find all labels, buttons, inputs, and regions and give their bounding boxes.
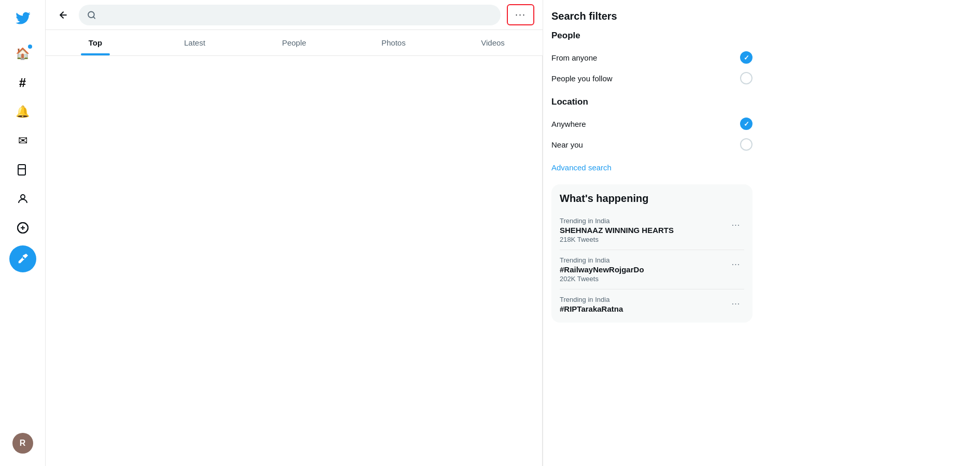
trend-count-2: 202K Tweets <box>560 275 728 283</box>
compose-button[interactable] <box>9 245 36 272</box>
anywhere-radio[interactable] <box>740 118 752 130</box>
trend-more-icon-2: ··· <box>732 260 740 269</box>
trend-more-icon-3: ··· <box>732 299 740 309</box>
search-icon <box>87 10 96 20</box>
near-you-radio[interactable] <box>740 138 752 151</box>
tweet-results-area <box>46 56 543 466</box>
svg-rect-0 <box>18 165 25 175</box>
from-anyone-option[interactable]: From anyone <box>551 47 752 68</box>
notifications-icon: 🔔 <box>16 105 30 119</box>
near-you-label: Near you <box>551 140 583 149</box>
avatar-letter: R <box>20 439 26 448</box>
twitter-logo <box>9 4 37 34</box>
sidebar-item-profile[interactable] <box>9 185 36 212</box>
bookmarks-icon <box>17 164 29 176</box>
more-dots-icon: ··· <box>515 9 526 20</box>
search-header: samsung ··· <box>46 0 543 30</box>
tab-photos[interactable]: Photos <box>344 30 443 55</box>
sidebar-item-bookmarks[interactable] <box>9 156 36 183</box>
search-tabs: Top Latest People Photos Videos <box>46 30 543 56</box>
back-button[interactable] <box>54 6 73 24</box>
trend-context-2: Trending in India <box>560 256 728 264</box>
anywhere-label: Anywhere <box>551 120 586 128</box>
tab-latest[interactable]: Latest <box>145 30 245 55</box>
sidebar-item-home[interactable]: 🏠 <box>9 40 36 67</box>
trend-info-1: Trending in India SHEHNAAZ WINNING HEART… <box>560 217 728 243</box>
whats-happening-title: What's happening <box>560 193 744 205</box>
trend-item-2[interactable]: Trending in India #RailwayNewRojgarDo 20… <box>560 250 744 289</box>
people-section-title: People <box>551 31 752 41</box>
notification-dot <box>28 45 32 49</box>
back-arrow-icon <box>58 10 68 20</box>
trend-count-1: 218K Tweets <box>560 236 728 243</box>
search-filters-title: Search filters <box>551 10 752 22</box>
user-avatar[interactable]: R <box>12 433 33 454</box>
trend-more-icon-1: ··· <box>732 221 740 230</box>
people-you-follow-radio[interactable] <box>740 72 752 84</box>
trend-context-1: Trending in India <box>560 217 728 225</box>
svg-point-1 <box>21 195 25 199</box>
trend-name-3: #RIPTarakaRatna <box>560 304 728 313</box>
from-anyone-label: From anyone <box>551 53 597 62</box>
location-filter-section: Location Anywhere Near you <box>551 97 752 155</box>
whats-happening-section: What's happening Trending in India SHEHN… <box>551 184 752 323</box>
from-anyone-radio[interactable] <box>740 51 752 64</box>
trend-name-1: SHEHNAAZ WINNING HEARTS <box>560 226 728 235</box>
anywhere-option[interactable]: Anywhere <box>551 113 752 134</box>
sidebar-item-notifications[interactable]: 🔔 <box>9 98 36 125</box>
people-filter-section: People From anyone People you follow <box>551 31 752 89</box>
trend-item-1[interactable]: Trending in India SHEHNAAZ WINNING HEART… <box>560 211 744 250</box>
trend-more-button-2[interactable]: ··· <box>728 256 744 273</box>
sidebar-item-communities[interactable] <box>9 214 36 241</box>
trend-info-3: Trending in India #RIPTarakaRatna <box>560 296 728 314</box>
profile-icon <box>17 193 29 205</box>
search-input[interactable]: samsung <box>101 10 492 20</box>
communities-icon <box>17 222 29 234</box>
trend-name-2: #RailwayNewRojgarDo <box>560 265 728 274</box>
location-section-title: Location <box>551 97 752 107</box>
compose-icon <box>17 253 29 265</box>
near-you-option[interactable]: Near you <box>551 134 752 155</box>
trend-context-3: Trending in India <box>560 296 728 303</box>
tab-people[interactable]: People <box>245 30 344 55</box>
main-content: samsung ··· Top Latest People Photos Vid… <box>46 0 543 466</box>
explore-icon: # <box>19 76 26 90</box>
content-area <box>46 56 543 466</box>
people-you-follow-label: People you follow <box>551 74 613 83</box>
sidebar: 🏠 # 🔔 ✉ R <box>0 0 46 466</box>
trend-item-3[interactable]: Trending in India #RIPTarakaRatna ··· <box>560 289 744 314</box>
messages-icon: ✉ <box>18 134 27 148</box>
tab-top[interactable]: Top <box>46 30 145 55</box>
trend-more-button-3[interactable]: ··· <box>728 296 744 312</box>
trend-more-button-1[interactable]: ··· <box>728 217 744 234</box>
advanced-search-link[interactable]: Advanced search <box>551 163 752 172</box>
sidebar-item-messages[interactable]: ✉ <box>9 127 36 154</box>
tab-videos[interactable]: Videos <box>443 30 543 55</box>
search-bar: samsung <box>79 5 501 25</box>
right-sidebar: Search filters People From anyone People… <box>543 0 761 466</box>
sidebar-item-explore[interactable]: # <box>9 69 36 96</box>
more-options-button[interactable]: ··· <box>507 4 534 25</box>
trend-info-2: Trending in India #RailwayNewRojgarDo 20… <box>560 256 728 283</box>
home-icon: 🏠 <box>16 47 30 61</box>
people-you-follow-option[interactable]: People you follow <box>551 68 752 89</box>
